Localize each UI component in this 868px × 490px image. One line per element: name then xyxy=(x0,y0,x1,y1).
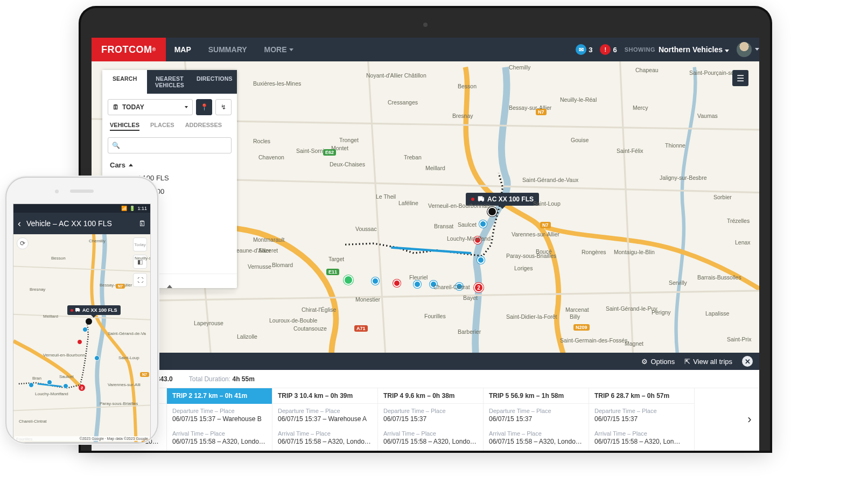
route-end-marker[interactable] xyxy=(85,318,93,325)
route-stop-marker[interactable] xyxy=(29,382,34,388)
map-menu-button[interactable]: ☰ xyxy=(732,70,748,86)
road-shield: N7 xyxy=(540,222,551,228)
trip-card-title: TRIP 3 10.4 km – 0h 39m xyxy=(272,388,377,404)
road-shield: N7 xyxy=(116,284,125,289)
phone-map[interactable]: ⟳ Today ◧ ⛶ ⛟ AC XX 100 FLS 2 Chemilly B… xyxy=(13,234,150,442)
view-all-trips-button[interactable]: ⇱ View all trips xyxy=(684,358,732,366)
trip-card-title: TRIP 4 9.6 km – 0h 38m xyxy=(378,388,483,404)
trip-card-label: Departure Time – Place xyxy=(378,404,483,414)
phone-title: Vehicle – AC XX 100 FLS xyxy=(26,219,112,228)
trip-card-label: Departure Time – Place xyxy=(167,404,272,414)
nav-more[interactable]: MORE xyxy=(256,38,302,61)
road-shield: E11 xyxy=(326,269,339,275)
road-shield: A71 xyxy=(354,325,368,332)
trip-card-value: 06/07/15 15:58 – A320, London W10… xyxy=(272,437,377,449)
route-start-marker[interactable] xyxy=(344,275,353,285)
route-alert-marker[interactable] xyxy=(393,279,401,287)
back-button[interactable]: ‹ xyxy=(18,218,21,229)
date-range-button[interactable]: 🗓 TODAY xyxy=(108,99,193,115)
top-nav: FROTCOM® MAP SUMMARY MORE ✉ 3 ! 6 SHOWIN… xyxy=(92,38,759,61)
hamburger-icon: ☰ xyxy=(737,73,744,83)
trip-card-label: Arrival Time – Place xyxy=(272,426,377,437)
filter-select[interactable]: Northern Vehicles xyxy=(659,45,729,54)
chevron-right-icon: › xyxy=(747,412,751,426)
gear-icon: ⚙ xyxy=(641,358,648,366)
tab-nearest-vehicles[interactable]: NEAREST VEHICLES xyxy=(147,70,192,94)
alert-icon: ! xyxy=(600,44,611,55)
subtab-addresses[interactable]: ADDRESSES xyxy=(185,122,222,131)
close-trips-button[interactable]: ✕ xyxy=(742,356,753,367)
trip-card[interactable]: TRIP 3 10.4 km – 0h 39m Departure Time –… xyxy=(272,388,378,451)
route-toggle-button[interactable]: ↯ xyxy=(215,99,232,115)
route-alert-count-marker[interactable] xyxy=(474,283,484,292)
route-stop-marker[interactable] xyxy=(63,383,68,389)
trip-card-title: TRIP 6 28.7 km – 0h 57m xyxy=(589,388,694,404)
today-chip[interactable]: Today xyxy=(133,237,147,251)
trip-card-value: 06/07/15 15:58 – A320, London W10… xyxy=(484,437,589,449)
route-stop-marker[interactable] xyxy=(477,256,485,264)
nav-map[interactable]: MAP xyxy=(166,38,200,61)
battery-icon: 🔋 xyxy=(129,206,135,211)
tab-directions[interactable]: DIRECTIONS xyxy=(192,70,237,94)
external-link-icon: ⇱ xyxy=(684,358,690,366)
trip-card-value: 06/07/15 15:37 xyxy=(378,414,483,426)
close-icon: ✕ xyxy=(745,358,751,366)
fullscreen-button[interactable]: ⛶ xyxy=(133,273,147,287)
trips-next-button[interactable]: › xyxy=(740,388,759,451)
route-end-marker[interactable] xyxy=(487,207,497,216)
alerts-badge[interactable]: ! 6 xyxy=(600,44,617,55)
refresh-button[interactable]: ⟳ xyxy=(17,237,29,249)
statusbar-time: 1:11 xyxy=(137,206,147,211)
trip-card-label: Departure Time – Place xyxy=(484,404,589,414)
subtab-vehicles[interactable]: VEHICLES xyxy=(110,122,139,131)
phone-vehicle-label[interactable]: ⛟ AC XX 100 FLS xyxy=(67,305,121,315)
search-input[interactable] xyxy=(108,137,232,153)
route-stop-marker[interactable] xyxy=(479,220,487,228)
subtab-places[interactable]: PLACES xyxy=(150,122,174,131)
layers-button[interactable]: ◧ xyxy=(133,255,147,269)
trip-card[interactable]: TRIP 6 28.7 km – 0h 57m Departure Time –… xyxy=(589,388,695,451)
pin-toggle-button[interactable]: 📍 xyxy=(196,99,212,115)
route-stop-marker[interactable] xyxy=(82,327,88,332)
trips-summary: Total Mileage (km): 343.0 Total Duration… xyxy=(92,370,759,388)
phone-statusbar: 📶 🔋 1:11 xyxy=(13,204,150,213)
search-icon: 🔍 xyxy=(112,142,120,149)
mail-badge[interactable]: ✉ 3 xyxy=(576,44,592,55)
calendar-button[interactable]: 🗓 xyxy=(138,219,146,228)
laptop-screen: FROTCOM® MAP SUMMARY MORE ✉ 3 ! 6 SHOWIN… xyxy=(92,38,759,451)
trip-card[interactable]: TRIP 5 56.9 km – 1h 58m Departure Time –… xyxy=(484,388,589,451)
trip-card-title: TRIP 5 56.9 km – 1h 58m xyxy=(484,388,589,404)
trip-card[interactable]: TRIP 2 12.7 km – 0h 41m Departure Time –… xyxy=(167,388,272,451)
refresh-icon: ⟳ xyxy=(20,240,25,247)
route-stop-marker[interactable] xyxy=(372,277,379,285)
trips-options-button[interactable]: ⚙ Options xyxy=(641,358,675,366)
road-shield: N7 xyxy=(140,372,149,377)
user-avatar[interactable] xyxy=(737,42,752,57)
fullscreen-icon: ⛶ xyxy=(137,277,143,283)
phone-screen: 📶 🔋 1:11 ‹ Vehicle – AC XX 100 FLS 🗓 xyxy=(13,204,151,443)
route-alert-marker[interactable] xyxy=(474,236,481,244)
route-icon: ↯ xyxy=(221,103,226,111)
phone-speaker-icon xyxy=(70,190,94,193)
route-stop-marker[interactable] xyxy=(47,380,52,385)
chevron-up-icon xyxy=(129,164,133,166)
tab-search[interactable]: SEARCH xyxy=(102,70,147,94)
trip-card[interactable]: TRIP 4 9.6 km – 0h 38m Departure Time – … xyxy=(378,388,484,451)
brand-logo[interactable]: FROTCOM® xyxy=(92,38,166,61)
route-stop-marker[interactable] xyxy=(94,355,100,361)
vehicle-group-header[interactable]: Cars xyxy=(102,157,237,171)
route-alert-count-marker[interactable]: 2 xyxy=(78,384,86,391)
svg-rect-1 xyxy=(13,234,150,443)
laptop-device: FROTCOM® MAP SUMMARY MORE ✉ 3 ! 6 SHOWIN… xyxy=(81,8,770,451)
road-shield: N209 xyxy=(573,324,590,331)
vehicle-map-label[interactable]: ⛟ AC XX 100 FLS xyxy=(466,193,539,206)
calendar-icon: 🗓 xyxy=(113,103,119,111)
laptop-camera-icon xyxy=(423,23,428,27)
route-stop-marker[interactable] xyxy=(414,281,421,288)
route-alert-marker[interactable] xyxy=(77,339,82,345)
trip-card-value: 06/07/15 15:58 – A320, London W10… xyxy=(167,437,272,449)
route-stop-marker[interactable] xyxy=(456,283,463,290)
route-stop-marker[interactable] xyxy=(430,281,437,288)
nav-summary[interactable]: SUMMARY xyxy=(200,38,256,61)
trips-body: 0h 26m Place Warehouse A Place A320, Lon… xyxy=(92,388,759,451)
